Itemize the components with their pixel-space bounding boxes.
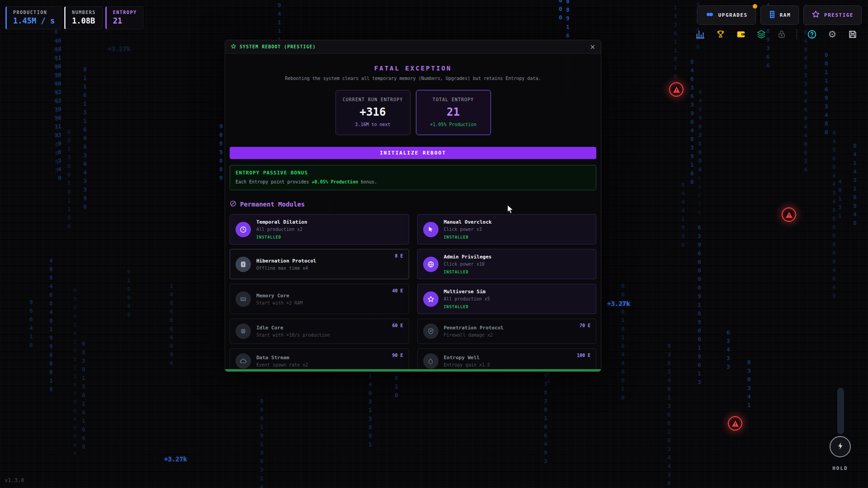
module-desc: Firewall damage x2 [444, 333, 504, 338]
modal-title: SYSTEM REBOOT (PRESTIGE) [231, 43, 316, 50]
hold-button[interactable] [830, 436, 851, 457]
module-entropy-well[interactable]: Entropy Well Entropy gain x1.5 100 E [417, 348, 597, 372]
module-status: INSTALLED [256, 235, 307, 239]
initialize-reboot-button[interactable]: INITIALIZE REBOOT [230, 147, 596, 159]
ram-button[interactable]: RAM [760, 5, 799, 25]
ram-label: RAM [780, 12, 791, 18]
memory-icon [236, 291, 251, 307]
matrix-column: 1 3 3 6 1 1 9 1 6 4 [674, 3, 677, 89]
matrix-column: 6 8 1 6 8 0 3 3 9 6 1 3 9 8 3 4 0 [58, 36, 61, 182]
help-icon[interactable] [807, 29, 817, 40]
threat-warning-icon[interactable] [669, 82, 684, 97]
prestige-label: PRESTIGE [824, 12, 854, 18]
module-desc: Start with +10/s production [256, 333, 330, 338]
modal-title-text: SYSTEM REBOOT (PRESTIGE) [240, 44, 316, 49]
modal-progress-bar [225, 369, 601, 371]
matrix-column: 8 3 0 3 4 1 [747, 358, 751, 409]
layers-icon[interactable] [756, 29, 767, 40]
threat-warning-icon[interactable] [782, 207, 796, 222]
clock-icon [236, 222, 251, 237]
droplet-icon [423, 353, 439, 369]
fatal-exception-heading: FATAL EXCEPTION [230, 65, 596, 72]
version-label: v1.3.0 [5, 477, 24, 483]
matrix-column: 9 0 9 9 8 8 9 [219, 122, 223, 182]
module-desc: Entropy gain x1.5 [444, 362, 490, 367]
module-cost: 90 E [392, 353, 403, 358]
save-icon[interactable] [847, 29, 858, 40]
floating-gain-text: +3.27k [607, 300, 630, 307]
module-manual-overclock[interactable]: Manual Overclock Click power x3 INSTALLE… [417, 214, 597, 244]
module-memory-core[interactable]: Memory Core Start with +2 RAM 40 E [230, 284, 409, 314]
module-cost: 8 E [395, 253, 403, 258]
prestige-modal: SYSTEM REBOOT (PRESTIGE) × FATAL EXCEPTI… [225, 40, 601, 372]
module-hibernation-protocol[interactable]: Hibernation Protocol Offline max time x4… [230, 249, 409, 279]
module-status: INSTALLED [444, 305, 490, 309]
infinity-icon [705, 11, 714, 20]
module-data-stream[interactable]: Data Stream Event spawn rate x2 90 E [230, 348, 409, 372]
module-desc: Click power x10 [444, 262, 492, 267]
bonus-suffix: bonus. [358, 179, 377, 184]
module-idle-core[interactable]: Idle Core Start with +10/s production 60… [230, 319, 409, 344]
module-status: INSTALLED [444, 235, 492, 239]
gear-icon[interactable]: ⚙ [827, 29, 838, 40]
matrix-column: 9 3 8 3 4 6 1 3 6 6 1 6 3 4 4 3 8 [667, 342, 671, 488]
entropy-cards: CURRENT RUN ENTROPY +316 3.16M to next T… [230, 90, 596, 135]
current-run-entropy-note: 3.16M to next [336, 122, 410, 127]
module-desc: Start with +2 RAM [256, 300, 302, 305]
notification-dot [753, 4, 757, 9]
current-run-entropy-value: +316 [336, 106, 410, 118]
production-label: PRODUCTION [13, 10, 55, 15]
wallet-icon[interactable] [736, 29, 746, 40]
stats-chart-icon[interactable] [695, 29, 706, 40]
matrix-column: 8 1 1 6 1 3 1 6 0 6 3 0 4 3 3 9 0 [83, 65, 87, 211]
module-status: INSTALLED [444, 270, 492, 274]
entropy-bonus-box: ENTROPY PASSIVE BONUS Each Entropy point… [230, 165, 596, 190]
bonus-prefix: Each Entropy point provides [236, 179, 312, 184]
matrix-column: 4 0 9 4 6 8 4 0 1 9 9 6 0 0 1 8 [49, 256, 53, 394]
matrix-column: 0 4 1 4 3 1 0 9 4 0 [853, 141, 857, 227]
close-icon[interactable]: × [590, 43, 595, 51]
prestige-button[interactable]: PRESTIGE [803, 5, 862, 25]
entropy-value: 21 [113, 16, 137, 25]
module-title: Hibernation Protocol [256, 258, 316, 264]
hold-label: HOLD [830, 465, 851, 471]
matrix-column: 0 3 0 4 1 4 1 8 1 1 3 8 3 9 6 4 6 9 4 4 [73, 286, 77, 458]
globe-icon [423, 257, 439, 272]
matrix-column: 0 0 1 1 6 9 3 4 8 0 [825, 51, 828, 136]
matrix-column: 8 4 6 3 6 3 9 6 4 8 3 9 1 6 0 [690, 57, 694, 186]
matrix-column: 8 9 4 1 1 1 [278, 0, 281, 44]
module-title: Penetration Protocol [444, 325, 504, 331]
permanent-modules-title: Permanent Modules [240, 201, 305, 208]
current-run-entropy-card: CURRENT RUN ENTROPY +316 3.16M to next [335, 90, 410, 135]
matrix-column: 3 8 9 8 4 8 4 3 3 3 4 4 6 0 4 4 0 6 3 4 [804, 2, 807, 174]
top-buttons: UPGRADES RAM PRESTIGE [697, 5, 862, 25]
production-value: 1.45M / s [13, 16, 55, 25]
numbers-stat-card: NUMBERS 1.08B [64, 6, 103, 29]
module-cost: 70 E [580, 323, 590, 328]
module-multiverse-sim[interactable]: Multiverse Sim All production x5 INSTALL… [417, 284, 597, 314]
module-desc: Offline max time x4 [256, 266, 316, 271]
matrix-column: 9 1 9 9 4 8 [127, 267, 131, 319]
numbers-label: NUMBERS [72, 10, 96, 15]
module-desc: Event spawn rate x2 [256, 362, 308, 367]
module-title: Admin Privileges [444, 254, 492, 260]
module-temporal-dilation[interactable]: Temporal Dilation All production x2 INST… [230, 214, 409, 244]
icon-toolbar: ⚙ [695, 29, 858, 40]
upgrades-button[interactable]: UPGRADES [697, 5, 756, 25]
matrix-column: 6 8 1 3 0 6 1 0 1 1 9 0 [67, 127, 71, 230]
device-icon [236, 257, 251, 272]
module-admin-privileges[interactable]: Admin Privileges Click power x10 INSTALL… [417, 249, 597, 279]
lightning-icon [836, 442, 844, 452]
lock-icon[interactable] [776, 29, 787, 40]
floating-gain-text: +3.27k [164, 455, 187, 463]
module-desc: All production x2 [256, 227, 307, 232]
total-entropy-note: +1.05% Production [416, 122, 491, 127]
trophy-icon[interactable] [715, 29, 726, 40]
total-entropy-card: TOTAL ENTROPY 21 +1.05% Production [416, 90, 491, 135]
threat-warning-icon[interactable] [728, 416, 742, 431]
matrix-column: 8 4 6 0 8 9 6 9 6 3 9 3 9 [54, 28, 58, 139]
upgrades-label: UPGRADES [718, 12, 748, 18]
module-penetration-protocol[interactable]: Penetration Protocol Firewall damage x2 … [417, 319, 597, 344]
total-entropy-value: 21 [416, 106, 491, 118]
matrix-column: 6 3 4 3 3 [726, 328, 730, 371]
